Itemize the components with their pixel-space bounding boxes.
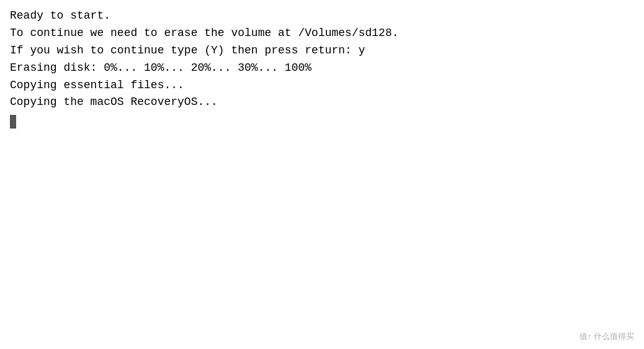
watermark: 值↑ 什么值得买 — [579, 330, 634, 343]
terminal-line-5: Copying essential files... — [10, 77, 634, 94]
terminal-line-3: If you wish to continue type (Y) then pr… — [10, 42, 634, 60]
terminal-output: Ready to start. To continue we need to e… — [10, 7, 634, 129]
terminal-line-1: Ready to start. — [10, 7, 634, 25]
terminal-cursor — [10, 115, 16, 129]
terminal-container: Ready to start. To continue we need to e… — [0, 0, 644, 349]
terminal-line-7 — [10, 111, 634, 129]
terminal-line-4: Erasing disk: 0%... 10%... 20%... 30%...… — [10, 60, 634, 77]
terminal-line-6: Copying the macOS RecoveryOS... — [10, 94, 634, 111]
terminal-line-2: To continue we need to erase the volume … — [10, 25, 634, 42]
